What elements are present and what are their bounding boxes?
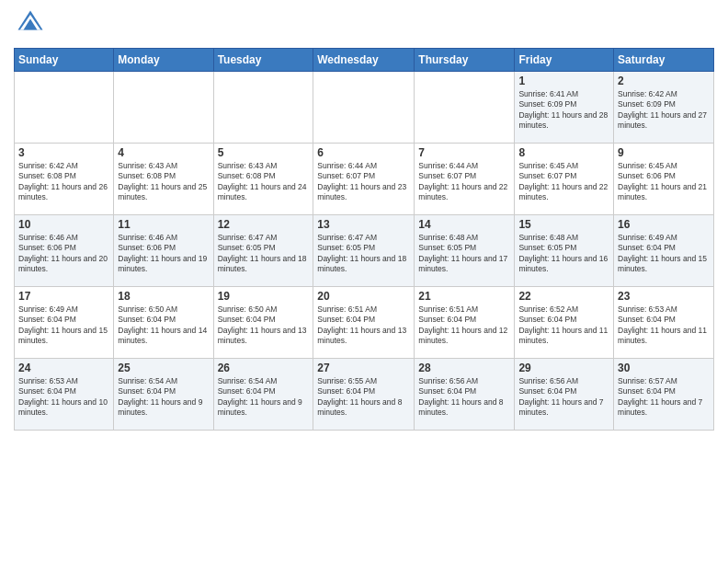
calendar-cell: 25Sunrise: 6:54 AM Sunset: 6:04 PM Dayli… [114, 359, 213, 431]
day-number: 9 [618, 146, 710, 159]
day-info: Sunrise: 6:47 AM Sunset: 6:05 PM Dayligh… [317, 233, 410, 275]
day-number: 8 [518, 146, 609, 159]
day-info: Sunrise: 6:48 AM Sunset: 6:05 PM Dayligh… [518, 233, 609, 275]
calendar-cell: 1Sunrise: 6:41 AM Sunset: 6:09 PM Daylig… [515, 72, 614, 144]
calendar-cell: 12Sunrise: 6:47 AM Sunset: 6:05 PM Dayli… [213, 215, 313, 287]
day-number: 13 [317, 218, 410, 231]
day-info: Sunrise: 6:48 AM Sunset: 6:05 PM Dayligh… [418, 233, 510, 275]
day-header-wednesday: Wednesday [313, 49, 415, 72]
day-info: Sunrise: 6:53 AM Sunset: 6:04 PM Dayligh… [618, 304, 710, 347]
calendar-cell: 11Sunrise: 6:46 AM Sunset: 6:06 PM Dayli… [114, 215, 213, 287]
day-number: 23 [618, 290, 710, 303]
day-number: 11 [118, 218, 209, 231]
week-row-0: 1Sunrise: 6:41 AM Sunset: 6:09 PM Daylig… [15, 72, 714, 144]
day-number: 7 [418, 146, 510, 159]
calendar-cell: 30Sunrise: 6:57 AM Sunset: 6:04 PM Dayli… [614, 359, 714, 431]
calendar-table: SundayMondayTuesdayWednesdayThursdayFrid… [14, 48, 714, 431]
day-info: Sunrise: 6:42 AM Sunset: 6:08 PM Dayligh… [18, 161, 109, 203]
day-number: 30 [618, 362, 710, 374]
day-number: 29 [518, 362, 609, 374]
calendar-cell [313, 72, 415, 144]
day-number: 1 [518, 75, 609, 87]
calendar-cell: 14Sunrise: 6:48 AM Sunset: 6:05 PM Dayli… [415, 215, 515, 287]
day-info: Sunrise: 6:43 AM Sunset: 6:08 PM Dayligh… [218, 161, 310, 203]
day-number: 19 [218, 290, 310, 303]
day-info: Sunrise: 6:57 AM Sunset: 6:04 PM Dayligh… [618, 376, 710, 419]
calendar-cell: 13Sunrise: 6:47 AM Sunset: 6:05 PM Dayli… [313, 215, 415, 287]
week-row-4: 24Sunrise: 6:53 AM Sunset: 6:04 PM Dayli… [15, 359, 714, 431]
day-number: 4 [118, 146, 209, 159]
calendar-cell: 23Sunrise: 6:53 AM Sunset: 6:04 PM Dayli… [614, 287, 714, 359]
day-number: 15 [518, 218, 609, 231]
calendar-cell: 24Sunrise: 6:53 AM Sunset: 6:04 PM Dayli… [15, 359, 114, 431]
day-info: Sunrise: 6:47 AM Sunset: 6:05 PM Dayligh… [218, 233, 310, 275]
day-info: Sunrise: 6:56 AM Sunset: 6:04 PM Dayligh… [418, 376, 510, 419]
calendar-cell [15, 72, 114, 144]
day-info: Sunrise: 6:43 AM Sunset: 6:08 PM Dayligh… [118, 161, 209, 203]
calendar-cell [114, 72, 213, 144]
day-number: 22 [518, 290, 609, 303]
calendar-cell: 10Sunrise: 6:46 AM Sunset: 6:06 PM Dayli… [15, 215, 114, 287]
day-number: 3 [18, 146, 109, 159]
week-row-2: 10Sunrise: 6:46 AM Sunset: 6:06 PM Dayli… [15, 215, 714, 287]
day-info: Sunrise: 6:52 AM Sunset: 6:04 PM Dayligh… [518, 304, 609, 347]
day-info: Sunrise: 6:44 AM Sunset: 6:07 PM Dayligh… [418, 161, 510, 203]
calendar-cell: 20Sunrise: 6:51 AM Sunset: 6:04 PM Dayli… [313, 287, 415, 359]
day-info: Sunrise: 6:46 AM Sunset: 6:06 PM Dayligh… [118, 233, 209, 275]
day-number: 2 [618, 75, 710, 87]
day-number: 6 [317, 146, 410, 159]
calendar-cell: 6Sunrise: 6:44 AM Sunset: 6:07 PM Daylig… [313, 144, 415, 215]
page: SundayMondayTuesdayWednesdayThursdayFrid… [0, 0, 728, 563]
day-info: Sunrise: 6:45 AM Sunset: 6:07 PM Dayligh… [518, 161, 609, 203]
day-info: Sunrise: 6:42 AM Sunset: 6:09 PM Dayligh… [618, 89, 710, 132]
day-info: Sunrise: 6:49 AM Sunset: 6:04 PM Dayligh… [618, 233, 710, 275]
logo-icon [17, 9, 44, 37]
calendar-cell: 7Sunrise: 6:44 AM Sunset: 6:07 PM Daylig… [415, 144, 515, 215]
day-info: Sunrise: 6:56 AM Sunset: 6:04 PM Dayligh… [518, 376, 609, 419]
calendar-cell: 9Sunrise: 6:45 AM Sunset: 6:06 PM Daylig… [614, 144, 714, 215]
calendar-cell: 18Sunrise: 6:50 AM Sunset: 6:04 PM Dayli… [114, 287, 213, 359]
day-info: Sunrise: 6:49 AM Sunset: 6:04 PM Dayligh… [18, 304, 109, 347]
day-header-monday: Monday [114, 49, 213, 72]
day-info: Sunrise: 6:50 AM Sunset: 6:04 PM Dayligh… [218, 304, 310, 347]
day-number: 18 [118, 290, 209, 303]
calendar-cell: 26Sunrise: 6:54 AM Sunset: 6:04 PM Dayli… [213, 359, 313, 431]
calendar-cell: 4Sunrise: 6:43 AM Sunset: 6:08 PM Daylig… [114, 144, 213, 215]
day-info: Sunrise: 6:55 AM Sunset: 6:04 PM Dayligh… [317, 376, 410, 419]
day-number: 25 [118, 362, 209, 374]
day-info: Sunrise: 6:50 AM Sunset: 6:04 PM Dayligh… [118, 304, 209, 347]
calendar-cell: 27Sunrise: 6:55 AM Sunset: 6:04 PM Dayli… [313, 359, 415, 431]
calendar-cell [213, 72, 313, 144]
calendar-cell: 19Sunrise: 6:50 AM Sunset: 6:04 PM Dayli… [213, 287, 313, 359]
day-number: 16 [618, 218, 710, 231]
calendar-body: 1Sunrise: 6:41 AM Sunset: 6:09 PM Daylig… [15, 72, 714, 431]
calendar-cell: 16Sunrise: 6:49 AM Sunset: 6:04 PM Dayli… [614, 215, 714, 287]
day-info: Sunrise: 6:54 AM Sunset: 6:04 PM Dayligh… [218, 376, 310, 419]
day-number: 21 [418, 290, 510, 303]
week-row-3: 17Sunrise: 6:49 AM Sunset: 6:04 PM Dayli… [15, 287, 714, 359]
day-header-thursday: Thursday [415, 49, 515, 72]
day-number: 14 [418, 218, 510, 231]
day-header-friday: Friday [515, 49, 614, 72]
day-number: 27 [317, 362, 410, 374]
header-row: SundayMondayTuesdayWednesdayThursdayFrid… [15, 49, 714, 72]
calendar-cell: 2Sunrise: 6:42 AM Sunset: 6:09 PM Daylig… [614, 72, 714, 144]
day-info: Sunrise: 6:44 AM Sunset: 6:07 PM Dayligh… [317, 161, 410, 203]
day-number: 26 [218, 362, 310, 374]
day-header-tuesday: Tuesday [213, 49, 313, 72]
day-info: Sunrise: 6:54 AM Sunset: 6:04 PM Dayligh… [118, 376, 209, 419]
calendar-cell: 21Sunrise: 6:51 AM Sunset: 6:04 PM Dayli… [415, 287, 515, 359]
logo [14, 9, 44, 40]
day-info: Sunrise: 6:51 AM Sunset: 6:04 PM Dayligh… [317, 304, 410, 347]
day-info: Sunrise: 6:46 AM Sunset: 6:06 PM Dayligh… [18, 233, 109, 275]
day-number: 12 [218, 218, 310, 231]
day-number: 10 [18, 218, 109, 231]
day-number: 28 [418, 362, 510, 374]
day-info: Sunrise: 6:45 AM Sunset: 6:06 PM Dayligh… [618, 161, 710, 203]
calendar-cell: 15Sunrise: 6:48 AM Sunset: 6:05 PM Dayli… [515, 215, 614, 287]
day-info: Sunrise: 6:53 AM Sunset: 6:04 PM Dayligh… [18, 376, 109, 419]
calendar-header: SundayMondayTuesdayWednesdayThursdayFrid… [15, 49, 714, 72]
calendar-cell: 8Sunrise: 6:45 AM Sunset: 6:07 PM Daylig… [515, 144, 614, 215]
calendar-cell: 22Sunrise: 6:52 AM Sunset: 6:04 PM Dayli… [515, 287, 614, 359]
day-number: 5 [218, 146, 310, 159]
